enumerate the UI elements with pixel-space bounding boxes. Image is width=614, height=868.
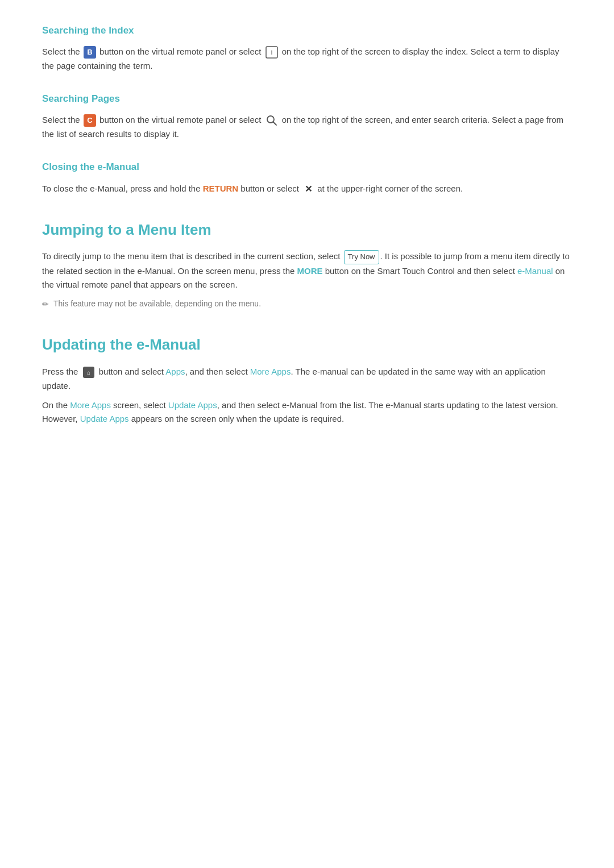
searching-pages-section: Searching Pages Select the C button on t… <box>42 91 572 141</box>
searching-index-title: Searching the Index <box>42 23 572 38</box>
closing-manual-paragraph: To close the e-Manual, press and hold th… <box>42 182 572 196</box>
b-button-icon: B <box>84 46 96 59</box>
note-row: ✏ This feature may not be available, dep… <box>42 297 572 310</box>
index-icon: i <box>265 45 279 59</box>
updating-paragraph-1: Press the ⌂ button and select Apps, and … <box>42 365 572 393</box>
closing-manual-section: Closing the e-Manual To close the e-Manu… <box>42 159 572 195</box>
update-apps-link-2[interactable]: Update Apps <box>80 414 129 423</box>
more-apps-link-2[interactable]: More Apps <box>70 400 111 410</box>
return-keyword: RETURN <box>203 184 239 193</box>
c-button-icon: C <box>84 114 96 127</box>
searching-pages-paragraph: Select the C button on the virtual remot… <box>42 113 572 141</box>
searching-pages-title: Searching Pages <box>42 91 572 106</box>
updating-title: Updating the e-Manual <box>42 333 572 357</box>
apps-link[interactable]: Apps <box>165 367 185 376</box>
more-apps-link[interactable]: More Apps <box>250 367 291 376</box>
searching-index-section: Searching the Index Select the B button … <box>42 23 572 73</box>
update-apps-link[interactable]: Update Apps <box>168 400 217 410</box>
emanual-link[interactable]: e-Manual <box>517 266 553 276</box>
svg-text:i: i <box>271 49 272 56</box>
close-x-icon: ✕ <box>302 184 314 195</box>
more-keyword: MORE <box>297 266 323 276</box>
svg-text:⌂: ⌂ <box>87 369 90 376</box>
jumping-paragraph: To directly jump to the menu item that i… <box>42 250 572 291</box>
pencil-icon: ✏ <box>42 298 49 310</box>
updating-paragraph-2: On the More Apps screen, select Update A… <box>42 398 572 426</box>
smarthub-icon: ⌂ <box>82 366 96 379</box>
try-now-badge[interactable]: Try Now <box>344 250 379 264</box>
updating-section: Updating the e-Manual Press the ⌂ button… <box>42 333 572 426</box>
svg-line-3 <box>273 122 276 126</box>
jumping-title: Jumping to a Menu Item <box>42 218 572 242</box>
searching-index-paragraph: Select the B button on the virtual remot… <box>42 45 572 73</box>
note-text: This feature may not be available, depen… <box>53 297 261 310</box>
jumping-section: Jumping to a Menu Item To directly jump … <box>42 218 572 310</box>
closing-manual-title: Closing the e-Manual <box>42 159 572 175</box>
search-magnify-icon <box>265 114 279 127</box>
